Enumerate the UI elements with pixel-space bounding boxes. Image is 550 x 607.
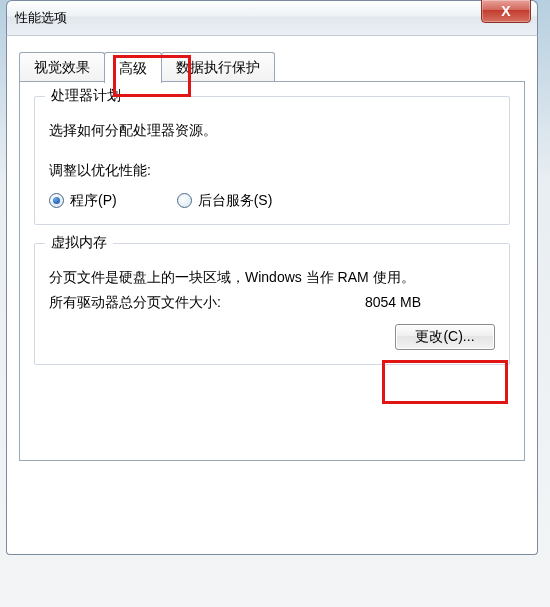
radio-icon — [49, 193, 64, 208]
total-paging-label: 所有驱动器总分页文件大小: — [49, 294, 365, 312]
tab-dep[interactable]: 数据执行保护 — [161, 52, 275, 82]
group-description: 选择如何分配处理器资源。 — [49, 119, 495, 141]
group-title: 处理器计划 — [45, 87, 127, 105]
client-area: 视觉效果 高级 数据执行保护 处理器计划 选择如何分配处理器资源。 调整以优化性… — [6, 35, 538, 555]
tab-label: 数据执行保护 — [176, 59, 260, 75]
group-description: 分页文件是硬盘上的一块区域，Windows 当作 RAM 使用。 — [49, 266, 495, 288]
radio-label: 后台服务(S) — [198, 192, 273, 210]
total-paging-value: 8054 MB — [365, 294, 495, 312]
radio-icon — [177, 193, 192, 208]
change-button[interactable]: 更改(C)... — [395, 324, 495, 350]
performance-options-dialog: 性能选项 X 视觉效果 高级 数据执行保护 处理器计划 选择如何分配处理器资源。… — [6, 0, 538, 555]
tab-label: 视觉效果 — [34, 59, 90, 75]
tab-strip: 视觉效果 高级 数据执行保护 — [19, 50, 525, 81]
radio-programs[interactable]: 程序(P) — [49, 192, 117, 210]
group-title: 虚拟内存 — [45, 234, 113, 252]
tab-panel-advanced: 处理器计划 选择如何分配处理器资源。 调整以优化性能: 程序(P) 后台服务(S… — [19, 81, 525, 461]
tab-visual-effects[interactable]: 视觉效果 — [19, 52, 105, 82]
radio-label: 程序(P) — [70, 192, 117, 210]
close-button[interactable]: X — [481, 0, 531, 23]
titlebar[interactable]: 性能选项 X — [6, 0, 538, 35]
adjust-label: 调整以优化性能: — [49, 159, 495, 181]
radio-background-services[interactable]: 后台服务(S) — [177, 192, 273, 210]
tab-advanced[interactable]: 高级 — [104, 52, 162, 83]
close-icon: X — [501, 3, 510, 19]
window-title: 性能选项 — [15, 9, 67, 27]
button-label: 更改(C)... — [415, 328, 474, 344]
group-virtual-memory: 虚拟内存 分页文件是硬盘上的一块区域，Windows 当作 RAM 使用。 所有… — [34, 243, 510, 365]
group-processor-scheduling: 处理器计划 选择如何分配处理器资源。 调整以优化性能: 程序(P) 后台服务(S… — [34, 96, 510, 225]
tab-label: 高级 — [119, 60, 147, 76]
